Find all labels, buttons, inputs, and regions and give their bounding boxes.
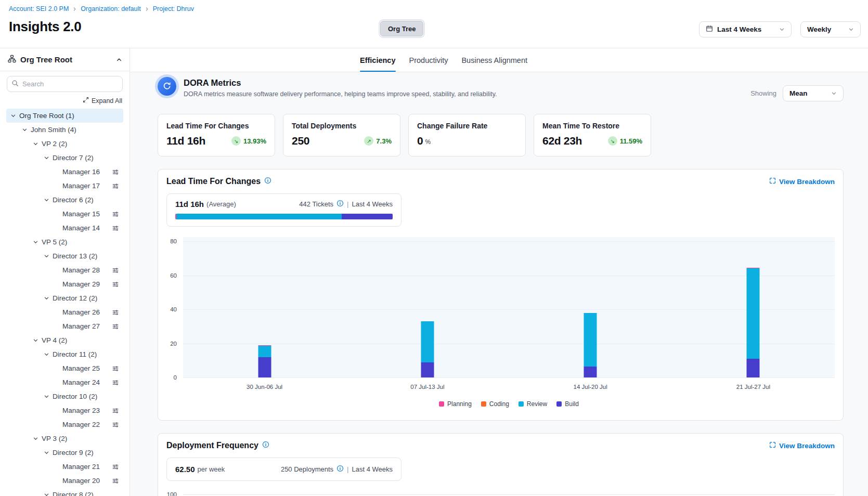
- lead-time-chart: 020406080 30 Jun-06 Jul07 Jul-13 Jul14 J…: [166, 237, 835, 408]
- tab-efficiency[interactable]: Efficiency: [360, 48, 396, 72]
- tree-item-label: Director 9 (2): [53, 449, 94, 456]
- tree-item[interactable]: Manager 17: [6, 179, 123, 193]
- tree-item[interactable]: Manager 15: [6, 207, 123, 221]
- tree-item[interactable]: Manager 29: [6, 277, 123, 291]
- tab-productivity[interactable]: Productivity: [409, 48, 448, 72]
- metric-card-label: Total Deployments: [292, 122, 392, 130]
- tree-item[interactable]: Director 10 (2): [6, 389, 123, 403]
- bar-segment-review: [747, 268, 760, 359]
- sliders-icon[interactable]: [112, 211, 119, 218]
- tab-business-alignment[interactable]: Business Alignment: [461, 48, 527, 72]
- sliders-icon[interactable]: [112, 421, 119, 428]
- granularity-select[interactable]: Weekly: [800, 21, 861, 37]
- sliders-icon[interactable]: [112, 379, 119, 386]
- sliders-icon[interactable]: [112, 477, 119, 485]
- chevron-down-icon[interactable]: [10, 113, 16, 119]
- tree-item[interactable]: Manager 22: [6, 417, 123, 432]
- chart-legend: PlanningCodingReviewBuild: [183, 400, 835, 408]
- tree-item[interactable]: Manager 14: [6, 221, 123, 235]
- tree-item[interactable]: Manager 28: [6, 263, 123, 277]
- tree-item[interactable]: Manager 27: [6, 319, 123, 333]
- info-icon[interactable]: [336, 465, 344, 474]
- org-tree-toggle-button[interactable]: Org Tree: [380, 21, 423, 36]
- sliders-icon[interactable]: [112, 225, 119, 232]
- expand-all-button[interactable]: Expand All: [83, 97, 122, 105]
- tree-item-label: Director 6 (2): [53, 196, 94, 204]
- search-input[interactable]: [22, 80, 118, 88]
- lead-time-view-breakdown-link[interactable]: View Breakdown: [769, 177, 835, 186]
- chevron-down-icon[interactable]: [44, 295, 49, 301]
- tree-item[interactable]: Director 6 (2): [6, 193, 123, 207]
- chevron-down-icon: [779, 27, 785, 32]
- tree-item[interactable]: Director 11 (2): [6, 347, 123, 361]
- chevron-down-icon[interactable]: [44, 155, 49, 161]
- sliders-icon[interactable]: [112, 281, 119, 288]
- chevron-down-icon[interactable]: [33, 337, 38, 343]
- sliders-icon[interactable]: [112, 182, 119, 190]
- tree-item-label: Manager 29: [62, 280, 100, 288]
- tree-item[interactable]: Org Tree Root (1): [6, 109, 123, 123]
- chevron-down-icon[interactable]: [44, 253, 49, 259]
- date-range-select[interactable]: Last 4 Weeks: [699, 21, 792, 37]
- chevron-down-icon[interactable]: [44, 351, 49, 357]
- tree-item[interactable]: Manager 23: [6, 403, 123, 417]
- sliders-icon[interactable]: [112, 407, 119, 414]
- y-axis-tick: 20: [170, 341, 177, 347]
- phase-breakdown-bar: [175, 214, 393, 219]
- tree-item[interactable]: Manager 16: [6, 165, 123, 179]
- sliders-icon[interactable]: [112, 168, 119, 176]
- tree-item[interactable]: Director 12 (2): [6, 291, 123, 305]
- sliders-icon[interactable]: [112, 365, 119, 372]
- legend-swatch: [481, 401, 486, 407]
- tree-item-label: Director 12 (2): [53, 294, 97, 302]
- x-axis-label: 21 Jul-27 Jul: [736, 384, 770, 390]
- tree-item[interactable]: Manager 21: [6, 460, 123, 474]
- collapse-chevron-up-icon[interactable]: [116, 57, 122, 63]
- x-axis-label: 07 Jul-13 Jul: [410, 384, 444, 390]
- tree-item[interactable]: Manager 25: [6, 361, 123, 375]
- tree-item-label: Manager 25: [62, 364, 100, 372]
- org-tree: Org Tree Root (1)John Smith (4)VP 2 (2)D…: [0, 109, 129, 496]
- chevron-down-icon[interactable]: [33, 436, 38, 441]
- bar-2: [421, 321, 434, 377]
- sliders-icon[interactable]: [112, 267, 119, 274]
- chevron-down-icon[interactable]: [22, 127, 28, 133]
- chevron-down-icon[interactable]: [33, 239, 38, 245]
- chevron-down-icon[interactable]: [44, 394, 49, 399]
- tree-item[interactable]: Manager 26: [6, 305, 123, 319]
- tree-item[interactable]: Director 9 (2): [6, 446, 123, 460]
- chevron-down-icon[interactable]: [33, 141, 38, 147]
- breadcrumb-link[interactable]: Account: SEI 2.0 PM: [9, 5, 69, 12]
- chevron-down-icon[interactable]: [44, 197, 49, 203]
- sliders-icon[interactable]: [112, 463, 119, 471]
- tree-item[interactable]: John Smith (4): [6, 123, 123, 137]
- date-range-label: Last 4 Weeks: [352, 465, 393, 473]
- chevron-down-icon[interactable]: [44, 492, 49, 496]
- tree-item-label: Manager 14: [62, 224, 100, 232]
- sliders-icon[interactable]: [112, 323, 119, 330]
- tree-item[interactable]: Director 7 (2): [6, 151, 123, 165]
- tree-item[interactable]: Director 13 (2): [6, 249, 123, 263]
- y-axis-tick: 80: [170, 238, 177, 244]
- tree-item[interactable]: VP 5 (2): [6, 235, 123, 249]
- info-icon[interactable]: [336, 200, 344, 208]
- tree-item[interactable]: Manager 20: [6, 474, 123, 488]
- tree-item-label: Director 11 (2): [53, 350, 97, 358]
- dora-metric-cards: Lead Time For Changes11d 16h↘13.93%Total…: [158, 114, 844, 156]
- tree-item[interactable]: VP 2 (2): [6, 137, 123, 151]
- tree-item[interactable]: Director 8 (2): [6, 488, 123, 496]
- info-icon[interactable]: [262, 441, 269, 450]
- sliders-icon[interactable]: [112, 309, 119, 316]
- showing-select[interactable]: Mean: [783, 85, 844, 101]
- deployment-view-breakdown-link[interactable]: View Breakdown: [769, 441, 835, 450]
- dora-metrics-header: DORA Metrics DORA metrics measure softwa…: [158, 77, 844, 109]
- tree-item-label: Org Tree Root (1): [19, 112, 74, 120]
- breadcrumb-link[interactable]: Project: Dhruv: [153, 5, 194, 12]
- chevron-down-icon[interactable]: [44, 450, 49, 455]
- breadcrumb-link[interactable]: Organization: default: [81, 5, 140, 12]
- trend-badge: ↗7.3%: [364, 136, 392, 146]
- tree-item[interactable]: VP 4 (2): [6, 333, 123, 347]
- tree-item[interactable]: VP 3 (2): [6, 432, 123, 446]
- info-icon[interactable]: [264, 177, 271, 186]
- tree-item[interactable]: Manager 24: [6, 375, 123, 389]
